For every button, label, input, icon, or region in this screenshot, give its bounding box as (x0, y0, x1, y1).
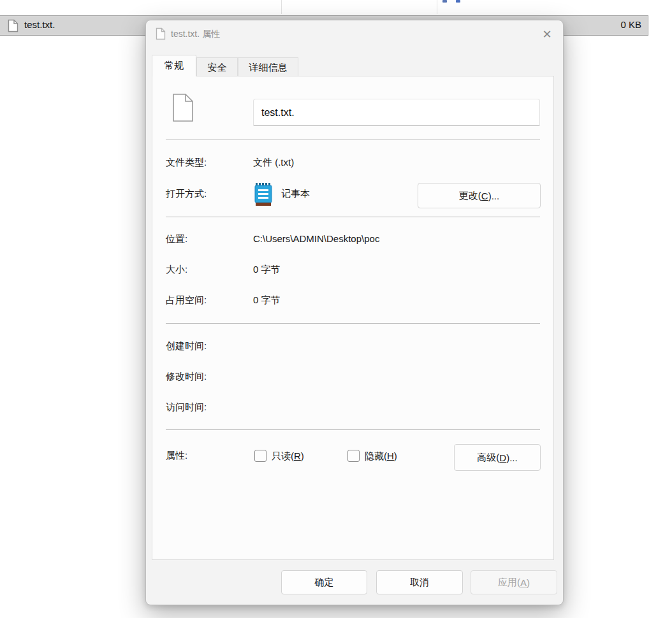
advanced-button-suffix: )... (506, 452, 518, 463)
properties-dialog: test.txt. 属性 ✕ 常规 安全 详细信息 文件类型: 文件 (.txt… (145, 20, 564, 605)
size-label: 大小: (166, 264, 187, 276)
file-type-value: 文件 (.txt) (253, 157, 294, 169)
clipped-content-speck (456, 0, 460, 3)
size-on-disk-label: 占用空间: (166, 294, 207, 306)
accessed-label: 访问时间: (166, 401, 207, 413)
file-icon (8, 19, 18, 32)
location-label: 位置: (166, 233, 187, 245)
dialog-file-icon (156, 27, 166, 40)
readonly-label-text: 只读( (272, 450, 294, 461)
cancel-button[interactable]: 取消 (376, 570, 463, 594)
tab-general[interactable]: 常规 (152, 55, 196, 76)
created-label: 创建时间: (166, 340, 207, 352)
location-value: C:\Users\ADMIN\Desktop\poc (253, 233, 379, 244)
hidden-label-text: 隐藏( (365, 450, 387, 461)
apply-button-suffix: ) (527, 577, 530, 588)
general-tab-panel: 文件类型: 文件 (.txt) 打开方式: 记事本 更改(C)... 位置 (152, 76, 554, 560)
file-type-icon-large (172, 93, 194, 122)
readonly-checkbox[interactable] (254, 450, 267, 462)
notepad-icon (254, 182, 273, 206)
hidden-mnemonic: H (387, 450, 394, 461)
clipped-content-speck (442, 0, 447, 3)
modified-label: 修改时间: (166, 371, 207, 383)
separator (166, 429, 540, 430)
dialog-title: test.txt. 属性 (171, 29, 220, 40)
hidden-label-suffix: ) (394, 450, 397, 461)
hidden-checkbox[interactable] (347, 450, 360, 462)
separator (166, 140, 540, 140)
separator (166, 217, 540, 217)
advanced-button[interactable]: 高级(D)... (454, 444, 541, 471)
advanced-button-label: 高级( (477, 452, 499, 464)
opens-with-label: 打开方式: (166, 188, 207, 200)
hidden-label: 隐藏(H) (365, 450, 397, 463)
change-button-suffix: )... (488, 190, 500, 201)
ok-button[interactable]: 确定 (281, 570, 367, 594)
attributes-label: 属性: (166, 450, 187, 462)
file-name: test.txt. (24, 19, 55, 30)
separator (166, 323, 540, 324)
apply-button-mnemonic: A (520, 577, 527, 588)
change-button[interactable]: 更改(C)... (418, 183, 541, 208)
change-button-mnemonic: C (481, 190, 488, 201)
size-on-disk-value: 0 字节 (253, 294, 281, 306)
readonly-label-suffix: ) (301, 450, 304, 461)
file-type-label: 文件类型: (166, 157, 207, 169)
readonly-mnemonic: R (294, 450, 301, 461)
change-button-label: 更改( (459, 190, 481, 202)
clipped-column-divider (281, 0, 282, 14)
tab-security[interactable]: 安全 (196, 57, 238, 76)
filename-input[interactable] (253, 99, 540, 126)
clipped-column-divider (437, 0, 437, 14)
apply-button-label: 应用( (498, 577, 520, 589)
close-icon[interactable]: ✕ (536, 25, 558, 44)
file-size: 0 KB (620, 19, 641, 30)
opens-with-app: 记事本 (281, 188, 310, 200)
readonly-label: 只读(R) (272, 450, 304, 463)
apply-button: 应用(A) (471, 570, 557, 594)
size-value: 0 字节 (253, 264, 281, 276)
advanced-button-mnemonic: D (499, 452, 506, 463)
tab-details[interactable]: 详细信息 (238, 57, 298, 76)
